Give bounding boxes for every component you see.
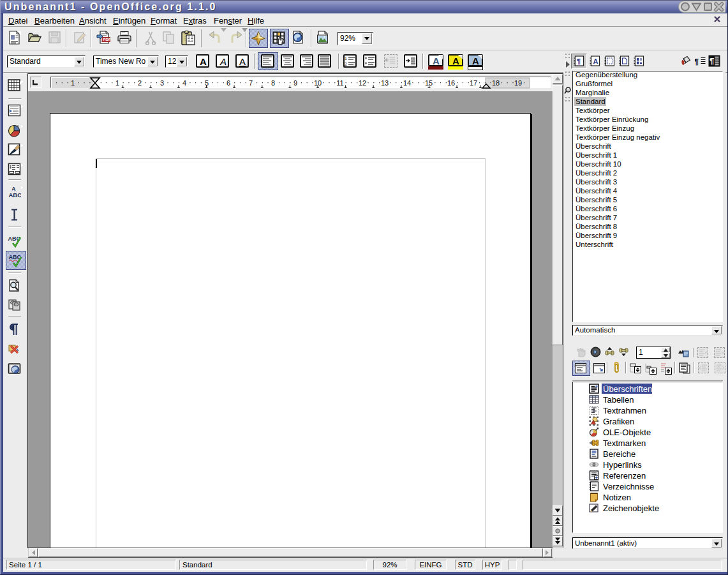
svg-text:o: o	[17, 124, 19, 128]
svg-text:A: A	[593, 57, 598, 65]
svg-text:7: 7	[249, 79, 253, 87]
svg-text:17: 17	[470, 79, 477, 87]
svg-text:¶: ¶	[577, 57, 581, 65]
svg-text:3: 3	[160, 79, 164, 87]
svg-text:1: 1	[115, 79, 119, 87]
svg-text:ABC: ABC	[9, 191, 22, 198]
svg-text:2: 2	[138, 79, 142, 87]
svg-text:¶: ¶	[709, 56, 714, 66]
svg-text:8: 8	[271, 79, 275, 87]
svg-text:11: 11	[336, 79, 343, 87]
svg-text:12: 12	[359, 79, 366, 87]
svg-text:18: 18	[492, 79, 500, 87]
svg-text:¶: ¶	[695, 57, 699, 66]
svg-text:16: 16	[447, 79, 455, 87]
svg-text:1: 1	[345, 56, 347, 61]
svg-text:PDF: PDF	[103, 37, 110, 41]
svg-text:9: 9	[293, 79, 297, 87]
svg-text:13: 13	[381, 79, 389, 87]
svg-text:2: 2	[345, 62, 347, 66]
svg-text:4: 4	[182, 79, 186, 87]
svg-text:6: 6	[227, 79, 230, 87]
svg-text:1: 1	[71, 79, 75, 87]
svg-text:14: 14	[403, 79, 411, 87]
svg-text:19: 19	[514, 79, 522, 87]
